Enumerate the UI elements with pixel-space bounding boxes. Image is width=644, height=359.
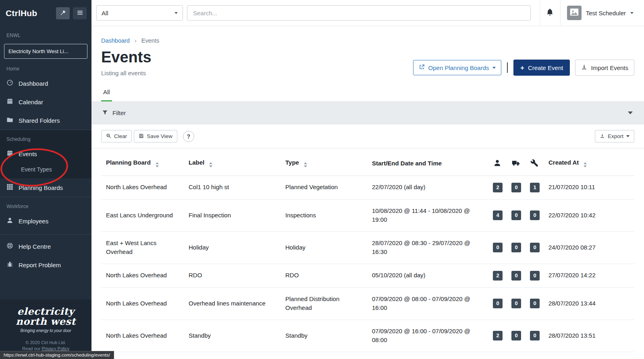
table-row[interactable]: North Lakes Overhead RDO RDO 05/10/2020 … [101,264,634,287]
column-header-label: Planning Board [106,159,151,166]
vehicles-count-badge: 0 [511,299,521,308]
image-placeholder-icon [569,7,580,19]
vehicle-icon [512,159,520,167]
sidebar-item-report-problem[interactable]: Report Problem [0,256,91,274]
page-title: Events [101,49,152,66]
people-count-badge: 2 [493,183,503,192]
org-code-label: ENWL [0,26,91,39]
tabs-bar: All [91,76,644,101]
sidebar-item-shared-folders[interactable]: Shared Folders [0,111,91,130]
sidebar-item-calendar[interactable]: Calendar [0,93,91,111]
sidebar-item-events[interactable]: Events [0,144,91,163]
search-input[interactable] [187,5,531,21]
column-header-created-at[interactable]: Created At [544,151,634,175]
notifications-button[interactable] [540,0,561,26]
events-table: Planning Board Label Type [101,151,634,352]
create-event-button[interactable]: + Create Event [513,60,570,76]
pin-sidebar-button[interactable] [56,7,70,19]
column-header-type[interactable]: Type [280,151,367,175]
cell-planning-board: East + West Lancs Overhead [101,231,184,264]
equipment-count-badge: 0 [530,331,540,340]
open-planning-boards-label: Open Planning Boards [428,64,489,71]
sidebar-menu-button[interactable] [73,7,87,19]
brand-row: CtrlHub [0,0,91,26]
cell-created-at: 27/07/2020 14:22 [544,264,634,287]
export-download-icon [600,133,605,140]
section-label-scheduling: Scheduling [0,130,91,144]
sidebar-item-employees[interactable]: Employees [0,212,91,230]
scheduling-section: Scheduling Events Event Types [0,130,91,178]
people-count-badge: 4 [493,210,503,220]
sidebar-item-help-centre[interactable]: Help Centre [0,237,91,256]
export-button[interactable]: Export [595,130,634,142]
sidebar-item-planning-boards[interactable]: Planning Boards [0,178,91,197]
column-header-label[interactable]: Label [184,151,280,175]
sidebar-item-label: Help Centre [19,243,51,250]
people-count-badge: 0 [493,243,503,252]
plus-icon: + [520,64,524,71]
save-view-button[interactable]: Save View [134,130,177,142]
table-row[interactable]: North Lakes Overhead Overhead lines main… [101,287,634,320]
cell-datetime: 22/07/2020 (all day) [367,175,488,199]
privacy-policy-link[interactable]: Privacy Policy [42,346,69,351]
table-row[interactable]: East + West Lancs Overhead Holiday Holid… [101,231,634,264]
people-icon [493,159,501,167]
people-count-badge: 2 [493,331,503,340]
funnel-icon [102,109,108,117]
actions-divider [507,62,508,73]
cell-planning-board: North Lakes Overhead [101,287,184,320]
equipment-count-badge: 0 [530,299,540,308]
sidebar-item-label: Planning Boards [19,184,63,191]
page-actions: Open Planning Boards + Create Event Impo… [413,60,634,76]
table-row[interactable]: North Lakes Overhead Col1 10 high st Pla… [101,175,634,199]
app-window: CtrlHub ENWL Electricity North West Li..… [0,0,644,359]
sort-icon [156,162,159,167]
chevron-down-icon [492,67,496,69]
cell-label: Col1 10 high st [184,175,280,199]
vehicles-count-badge: 0 [511,271,521,281]
bell-icon [546,8,554,18]
column-header-planning-board[interactable]: Planning Board [101,151,184,175]
clear-button[interactable]: Clear [101,130,132,142]
chevron-down-icon [175,12,178,14]
cell-label: RDO [184,264,280,287]
open-planning-boards-button[interactable]: Open Planning Boards [413,60,502,75]
equipment-count-badge: 0 [530,271,540,281]
equipment-count-badge: 0 [530,210,540,220]
search-clear-icon [106,133,111,140]
toolbar-left-group: Clear Save View ? [101,130,194,142]
main-column: All Test Scheduler [91,0,644,359]
avatar [567,6,582,20]
chevron-down-icon [626,135,629,137]
org-selector-button[interactable]: Electricity North West Li... [4,44,87,59]
save-view-label: Save View [147,133,172,139]
breadcrumb-dashboard-link[interactable]: Dashboard [101,37,130,44]
column-header-vehicles [507,151,525,175]
events-table-container: Planning Board Label Type [91,149,644,352]
life-ring-icon [6,242,13,250]
cell-datetime: 05/10/2020 (all day) [367,264,488,287]
user-menu[interactable]: Test Scheduler [561,0,644,26]
events-calendar-icon [6,150,13,158]
column-header-label: Label [189,159,204,166]
filter-panel-toggle[interactable]: Filter [91,101,644,124]
search-scope-select[interactable]: All [96,5,183,21]
privacy-line: Read our Privacy Policy [4,346,87,351]
cell-created-at: 28/07/2020 13:44 [544,287,634,320]
filter-label-group: Filter [102,109,126,117]
create-event-label: Create Event [528,64,563,71]
cell-created-at: 28/07/2020 13:51 [544,320,634,352]
bug-icon [6,261,13,269]
import-events-button[interactable]: Import Events [575,60,634,76]
chevron-down-icon [628,111,633,114]
table-row[interactable]: North Lakes Overhead Standby Standby 07/… [101,320,634,352]
help-button[interactable]: ? [183,131,194,142]
sidebar-item-dashboard[interactable]: Dashboard [0,74,91,93]
cell-type: Inspections [280,199,367,231]
page-content: Dashboard › Events Events Listing all ev… [91,26,644,359]
cell-label: Holiday [184,231,280,264]
table-row[interactable]: East Lancs Underground Final Inspection … [101,199,634,231]
tab-all[interactable]: All [101,89,112,101]
page-header: Events Listing all events Open Planning … [91,44,644,76]
sidebar-item-event-types[interactable]: Event Types [0,163,91,178]
